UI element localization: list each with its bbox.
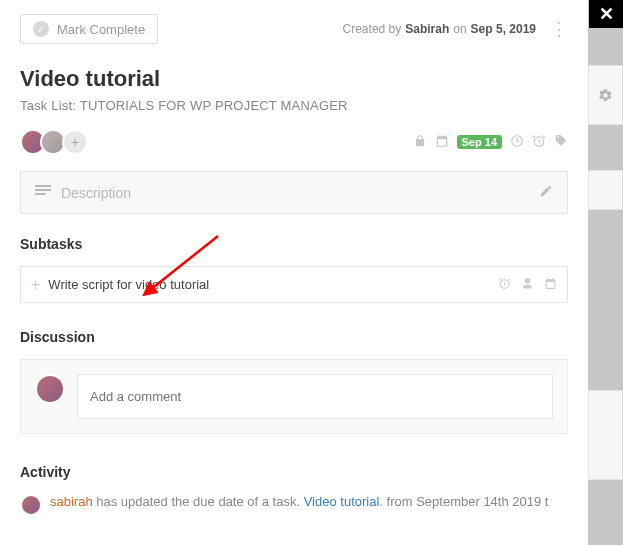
assignee-avatars[interactable]: + <box>20 129 82 155</box>
clock-icon[interactable] <box>510 134 524 151</box>
meta-row: + Sep 14 <box>20 129 568 155</box>
task-list-line: Task List: TUTORIALS FOR WP PROJECT MANA… <box>20 98 568 113</box>
mark-complete-button[interactable]: ✓ Mark Complete <box>20 14 158 44</box>
check-icon: ✓ <box>33 21 49 37</box>
description-box[interactable]: Description <box>20 171 568 214</box>
alarm-icon[interactable] <box>532 134 546 151</box>
created-prefix: Created by <box>343 22 402 36</box>
lock-icon[interactable] <box>413 134 427 151</box>
calendar-icon[interactable] <box>435 134 449 151</box>
close-button[interactable]: ✕ <box>589 0 623 28</box>
created-by-meta: Created by Sabirah on Sep 5, 2019 ⋮ <box>343 22 568 36</box>
activity-mid: has updated the due date of a task. <box>93 494 304 509</box>
subtask-row-icons <box>498 277 557 293</box>
task-title: Video tutorial <box>20 66 568 92</box>
avatar <box>20 494 42 516</box>
side-panel-gear[interactable] <box>588 65 623 125</box>
right-edge-strip: ✕ <box>588 0 623 545</box>
header-row: ✓ Mark Complete Created by Sabirah on Se… <box>20 14 568 44</box>
svg-rect-3 <box>35 189 51 191</box>
user-icon[interactable] <box>521 277 534 293</box>
side-panel-slot[interactable] <box>588 170 623 210</box>
close-icon: ✕ <box>599 3 614 25</box>
tag-icon[interactable] <box>554 134 568 151</box>
meta-icons: Sep 14 <box>413 134 568 151</box>
activity-link[interactable]: Video tutorial <box>304 494 380 509</box>
mark-complete-label: Mark Complete <box>57 22 145 37</box>
due-date-badge[interactable]: Sep 14 <box>457 135 502 149</box>
creator-name: Sabirah <box>405 22 449 36</box>
description-placeholder: Description <box>61 185 131 201</box>
tasklist-prefix: Task List: <box>20 98 76 113</box>
calendar-icon[interactable] <box>544 277 557 293</box>
kebab-menu-icon[interactable]: ⋮ <box>550 27 568 31</box>
svg-rect-2 <box>35 185 51 187</box>
subtasks-heading: Subtasks <box>20 236 568 252</box>
discussion-heading: Discussion <box>20 329 568 345</box>
subtask-input[interactable] <box>48 271 490 298</box>
subtask-input-row: + <box>20 266 568 303</box>
avatar <box>35 374 65 404</box>
comment-input[interactable] <box>77 374 553 419</box>
alarm-icon[interactable] <box>498 277 511 293</box>
comment-box <box>20 359 568 434</box>
description-icon <box>35 184 51 201</box>
created-date: Sep 5, 2019 <box>471 22 536 36</box>
activity-heading: Activity <box>20 464 568 480</box>
side-panel-slot[interactable] <box>588 390 623 480</box>
svg-rect-4 <box>35 193 46 195</box>
gear-icon <box>598 88 613 103</box>
task-panel: ✓ Mark Complete Created by Sabirah on Se… <box>0 0 588 545</box>
plus-icon: + <box>31 276 40 294</box>
activity-entry: sabirah has updated the due date of a ta… <box>20 494 568 516</box>
edit-icon[interactable] <box>539 184 553 201</box>
modal-frame: ✓ Mark Complete Created by Sabirah on Se… <box>0 0 623 545</box>
activity-actor: sabirah <box>50 494 93 509</box>
activity-tail: . from September 14th 2019 t <box>379 494 548 509</box>
on-word: on <box>453 22 466 36</box>
tasklist-name: TUTORIALS FOR WP PROJECT MANAGER <box>80 98 348 113</box>
activity-text: sabirah has updated the due date of a ta… <box>50 494 548 509</box>
add-assignee-button[interactable]: + <box>62 129 88 155</box>
